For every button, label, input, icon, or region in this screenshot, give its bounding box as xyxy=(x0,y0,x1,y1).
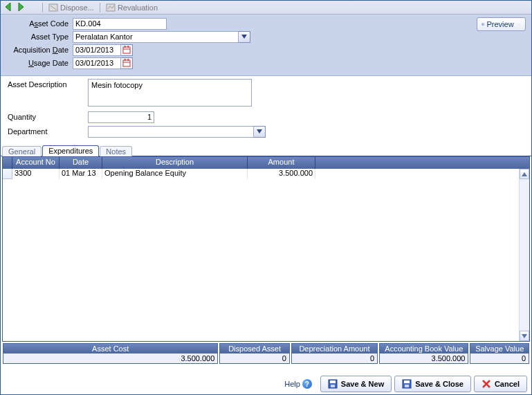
help-icon: ? xyxy=(302,379,312,389)
scroll-up-icon[interactable] xyxy=(520,169,529,179)
col-amount-header[interactable]: Amount xyxy=(248,157,315,169)
revaluation-label: Revaluation xyxy=(118,3,158,12)
svg-rect-16 xyxy=(125,59,126,61)
floppy-icon xyxy=(328,379,338,389)
svg-marker-1 xyxy=(19,3,24,11)
grid-scrollbar[interactable] xyxy=(519,169,529,341)
svg-marker-0 xyxy=(6,3,10,11)
usage-date-input[interactable] xyxy=(73,57,121,69)
col-date-header[interactable]: Date xyxy=(59,157,102,169)
svg-rect-13 xyxy=(128,46,129,48)
col-account-header[interactable]: Account No xyxy=(12,157,59,169)
svg-rect-7 xyxy=(482,25,484,26)
save-new-button[interactable]: Save & New xyxy=(320,376,392,392)
svg-rect-10 xyxy=(123,47,130,53)
quantity-label: Quantity xyxy=(5,113,88,121)
svg-rect-25 xyxy=(404,380,410,383)
svg-rect-14 xyxy=(123,60,130,66)
totals-bar: Asset Cost 3.500.000 Disposed Asset 0 De… xyxy=(3,343,529,364)
svg-rect-22 xyxy=(330,380,336,383)
book-value-label: Accounting Book Value xyxy=(380,344,468,353)
usage-date-label: Usage Date xyxy=(5,59,73,67)
help-label: Help xyxy=(284,380,300,388)
footer: Help ? Save & New Save & Close Cancel xyxy=(284,376,527,392)
tab-notes[interactable]: Notes xyxy=(100,146,132,156)
row-header[interactable] xyxy=(3,169,12,179)
save-new-label: Save & New xyxy=(341,380,384,388)
scroll-down-icon[interactable] xyxy=(520,331,529,341)
tabs: General Expenditures Notes xyxy=(1,144,531,156)
acquisition-date-label: Acquisition Date xyxy=(5,46,73,54)
tab-general[interactable]: General xyxy=(2,146,42,156)
asset-cost-value: 3.500.000 xyxy=(3,353,217,363)
usage-date-picker-icon[interactable] xyxy=(121,57,133,69)
nav-next-icon[interactable] xyxy=(15,1,26,14)
save-close-label: Save & Close xyxy=(415,380,464,388)
svg-rect-23 xyxy=(331,385,335,387)
svg-rect-26 xyxy=(405,385,409,387)
asset-cost-label: Asset Cost xyxy=(3,344,217,353)
svg-marker-18 xyxy=(257,129,262,134)
floppy-icon xyxy=(402,379,412,389)
depreciation-label: Depreciation Amount xyxy=(292,344,377,353)
cell-description[interactable]: Opening Balance Equity xyxy=(102,169,248,179)
salvage-label: Salvage Value xyxy=(470,344,529,353)
printer-icon xyxy=(481,23,485,26)
help-link[interactable]: Help ? xyxy=(284,379,312,389)
svg-rect-17 xyxy=(128,59,129,61)
dispose-button[interactable]: Dispose... xyxy=(46,3,97,12)
depreciation-value: 0 xyxy=(292,353,377,363)
cancel-button[interactable]: Cancel xyxy=(474,376,527,392)
col-description-header[interactable]: Description xyxy=(102,157,248,169)
save-close-button[interactable]: Save & Close xyxy=(394,376,471,392)
grid-corner xyxy=(3,157,12,169)
svg-marker-20 xyxy=(522,334,527,338)
cell-account[interactable]: 3300 xyxy=(12,169,59,179)
department-dropdown-icon[interactable] xyxy=(254,126,266,138)
disposed-asset-label: Disposed Asset xyxy=(220,344,288,353)
asset-type-label: Asset Type xyxy=(5,33,73,41)
table-row[interactable]: 3300 01 Mar 13 Opening Balance Equity 3.… xyxy=(3,169,529,179)
preview-button[interactable]: Preview xyxy=(477,17,526,31)
department-input[interactable] xyxy=(88,126,254,138)
header-form: Preview Asset Code Asset Type Acquisitio… xyxy=(1,15,531,76)
cell-date[interactable]: 01 Mar 13 xyxy=(59,169,102,179)
quantity-input[interactable] xyxy=(88,111,154,123)
svg-rect-4 xyxy=(107,4,115,11)
asset-description-input[interactable] xyxy=(88,79,252,107)
dispose-label: Dispose... xyxy=(60,3,94,12)
preview-label: Preview xyxy=(486,20,513,28)
tab-expenditures[interactable]: Expenditures xyxy=(42,145,99,156)
acquisition-date-input[interactable] xyxy=(73,44,121,56)
asset-code-label: Asset Code xyxy=(5,19,73,28)
revaluation-button[interactable]: Revaluation xyxy=(103,3,160,12)
body-form: Asset Description Quantity Department xyxy=(1,76,531,144)
department-label: Department xyxy=(5,127,88,136)
disposed-asset-value: 0 xyxy=(220,353,288,363)
salvage-value: 0 xyxy=(470,353,529,363)
nav-prev-icon[interactable] xyxy=(3,1,15,14)
acquisition-date-picker-icon[interactable] xyxy=(121,44,133,56)
asset-type-input[interactable] xyxy=(73,31,239,43)
cancel-icon xyxy=(481,379,491,389)
book-value-value: 3.500.000 xyxy=(380,353,468,363)
toolbar: Dispose... Revaluation xyxy=(1,1,531,15)
svg-marker-19 xyxy=(522,172,527,176)
cancel-label: Cancel xyxy=(495,380,520,388)
asset-type-dropdown-icon[interactable] xyxy=(239,31,250,43)
asset-description-label: Asset Description xyxy=(5,79,88,89)
asset-code-input[interactable] xyxy=(73,18,167,30)
svg-rect-12 xyxy=(125,46,126,48)
svg-marker-9 xyxy=(241,35,247,39)
svg-rect-6 xyxy=(482,23,484,24)
cell-amount[interactable]: 3.500.000 xyxy=(248,169,315,179)
expenditures-grid: Account No Date Description Amount 3300 … xyxy=(2,156,530,342)
